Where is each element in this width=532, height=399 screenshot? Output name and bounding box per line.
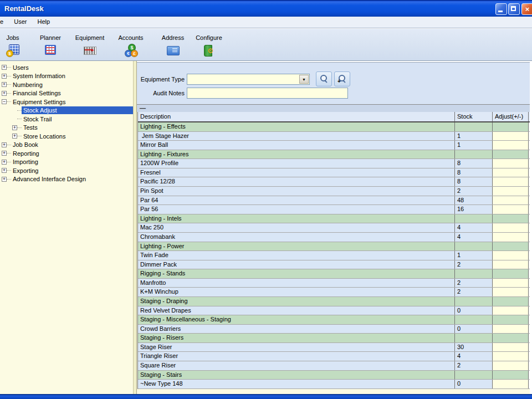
cell-adjust[interactable] — [493, 168, 529, 177]
cell-adjust — [493, 315, 529, 324]
cell-adjust[interactable] — [493, 223, 529, 232]
cell-adjust[interactable] — [493, 306, 529, 315]
sidebar-item-financial-settings[interactable]: +Financial Settings — [0, 89, 63, 98]
tree-expander-icon[interactable]: + — [2, 82, 7, 87]
cell-adjust[interactable] — [493, 343, 529, 352]
search-icon — [320, 74, 329, 83]
sidebar-item-numbering[interactable]: +Numbering — [0, 80, 44, 89]
tree-expander-icon[interactable]: + — [2, 168, 7, 173]
column-header-description[interactable]: Description — [138, 112, 455, 121]
sidebar-item-label: Tests — [22, 124, 39, 131]
sidebar-item-job-book[interactable]: +Job Book — [0, 141, 40, 149]
collapse-glyph: — — [140, 105, 146, 111]
cell-description: Lighting - Intels — [138, 214, 455, 223]
cell-stock: 1 — [455, 141, 493, 150]
menu-item-file[interactable]: e — [0, 17, 8, 28]
tree-expander-icon[interactable]: + — [2, 151, 7, 156]
cell-adjust[interactable] — [493, 380, 529, 388]
cell-adjust[interactable] — [493, 177, 529, 186]
sidebar-item-stock-adjust[interactable]: Stock Adjust — [0, 106, 133, 115]
tree-connector — [7, 101, 11, 102]
toolbar-button-accounts[interactable]: Accounts$€£ — [114, 34, 147, 57]
sidebar-item-label: Reporting — [11, 150, 41, 157]
cell-adjust[interactable] — [493, 132, 529, 141]
tree-expander-icon[interactable]: + — [12, 125, 17, 130]
tree-connector — [7, 170, 11, 171]
cell-stock — [455, 269, 493, 278]
cell-adjust[interactable] — [493, 352, 529, 361]
menu-item-user[interactable]: User — [9, 17, 31, 28]
sidebar-item-users[interactable]: +Users — [0, 63, 30, 71]
tree-expander-icon[interactable]: + — [2, 74, 7, 79]
cell-adjust[interactable] — [493, 279, 529, 288]
sidebar-item-advanced-interface-design[interactable]: +Advanced Interface Design — [0, 175, 88, 183]
close-button[interactable]: × — [521, 3, 532, 15]
column-header-adjust[interactable]: Adjust(+/-) — [493, 112, 529, 121]
cell-adjust — [493, 150, 529, 159]
toolbar-button-equipment[interactable]: Equipment▸ — [70, 34, 110, 57]
sidebar-item-system-information[interactable]: +System Information — [0, 72, 67, 80]
cell-stock: 2 — [455, 187, 493, 196]
tree-expander-icon[interactable]: + — [2, 65, 7, 70]
cell-adjust[interactable] — [493, 205, 529, 214]
minimize-button[interactable] — [495, 3, 507, 15]
toolbar-button-configure[interactable]: Configure⚙ — [191, 34, 227, 57]
cell-adjust[interactable] — [493, 196, 529, 205]
sidebar-item-store-locations[interactable]: +Store Locations — [0, 132, 67, 140]
sidebar-item-equipment-settings[interactable]: −Equipment Settings — [0, 98, 67, 106]
cell-adjust[interactable] — [493, 325, 529, 334]
cell-adjust[interactable] — [493, 187, 529, 196]
cell-adjust[interactable] — [493, 361, 529, 370]
equipment-icon: ▸ — [83, 44, 96, 57]
cell-description: K+M Winchup — [138, 288, 455, 296]
table-row: K+M Winchup2 — [138, 288, 530, 297]
column-header-stock[interactable]: Stock — [455, 112, 493, 121]
settings-tree: +Users+System Information+Numbering+Fina… — [0, 61, 133, 394]
sidebar-item-exporting[interactable]: +Exporting — [0, 166, 40, 175]
cell-description: Dimmer Pack — [138, 260, 455, 269]
tree-expander-icon[interactable]: + — [2, 91, 7, 96]
tree-expander-icon[interactable]: + — [2, 142, 7, 147]
sidebar-item-importing[interactable]: +Importing — [0, 158, 40, 166]
chevron-down-icon[interactable]: ▼ — [299, 75, 309, 84]
sidebar-item-stock-trail[interactable]: Stock Trail — [0, 115, 53, 123]
sidebar-splitter[interactable] — [133, 61, 137, 394]
equipment-type-dropdown[interactable]: ▼ — [187, 74, 310, 85]
table-row: Jem Stage Hazer1 — [138, 132, 530, 141]
search-add-button[interactable]: + — [334, 71, 350, 86]
table-row: ~New Type 1480 — [138, 380, 530, 389]
tree-expander-icon[interactable]: − — [2, 99, 7, 104]
toolbar-button-address[interactable]: Address — [157, 34, 188, 57]
menu-item-help[interactable]: Help — [33, 17, 54, 28]
accounts-icon: $€£ — [124, 44, 137, 57]
cell-adjust[interactable] — [493, 288, 529, 296]
table-row: Red Velvet Drapes0 — [138, 306, 530, 316]
toolbar-button-jobs[interactable]: Jobs$ — [0, 34, 25, 57]
table-body: Lighting - Effects Jem Stage Hazer1Mirro… — [138, 122, 530, 389]
maximize-button[interactable] — [508, 3, 520, 15]
cell-description: Lighting - Fixtures — [138, 150, 455, 159]
sidebar-item-label: System Information — [11, 72, 67, 80]
collapse-bar[interactable]: — — [137, 104, 532, 112]
tree-expander-icon[interactable]: + — [2, 177, 7, 182]
cell-stock: 0 — [455, 306, 493, 315]
tree-expander-icon[interactable]: + — [2, 160, 7, 165]
cell-description: 1200W Profile — [138, 159, 455, 168]
cell-stock: 48 — [455, 196, 493, 205]
cell-adjust[interactable] — [493, 251, 529, 260]
search-button[interactable] — [316, 71, 332, 86]
toolbar-button-planner[interactable]: Planner — [33, 34, 68, 57]
address-icon — [166, 44, 180, 57]
cell-adjust[interactable] — [493, 141, 529, 150]
sidebar-item-tests[interactable]: +Tests — [0, 124, 39, 132]
cell-description: Mirror Ball — [138, 141, 455, 150]
cell-stock: 2 — [455, 361, 493, 370]
cell-adjust[interactable] — [493, 233, 529, 242]
sidebar-item-reporting[interactable]: +Reporting — [0, 149, 41, 157]
table-row: Fresnel8 — [138, 168, 530, 178]
cell-adjust — [493, 122, 529, 131]
cell-adjust[interactable] — [493, 159, 529, 168]
audit-notes-input[interactable] — [187, 88, 348, 99]
tree-expander-icon[interactable]: + — [12, 134, 17, 139]
cell-adjust[interactable] — [493, 260, 529, 269]
